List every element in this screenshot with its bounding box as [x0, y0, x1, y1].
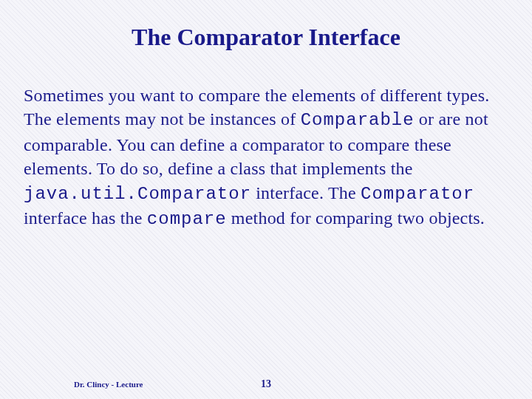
- code-java-util-comparator: java.util.Comparator: [24, 184, 251, 204]
- body-text-4: interface has the: [24, 208, 147, 228]
- slide: The Comparator Interface Sometimes you w…: [0, 0, 532, 399]
- slide-title: The Comparator Interface: [24, 24, 508, 51]
- code-comparable: Comparable: [301, 110, 415, 130]
- slide-body: Sometimes you want to compare the elemen…: [24, 83, 508, 231]
- code-compare: compare: [147, 209, 227, 229]
- code-comparator: Comparator: [361, 184, 474, 204]
- footer-author: Dr. Clincy - Lecture: [74, 380, 143, 389]
- body-text-5: method for comparing two objects.: [227, 208, 485, 228]
- footer-page-number: 13: [261, 378, 271, 390]
- body-text-3: interface. The: [251, 183, 361, 202]
